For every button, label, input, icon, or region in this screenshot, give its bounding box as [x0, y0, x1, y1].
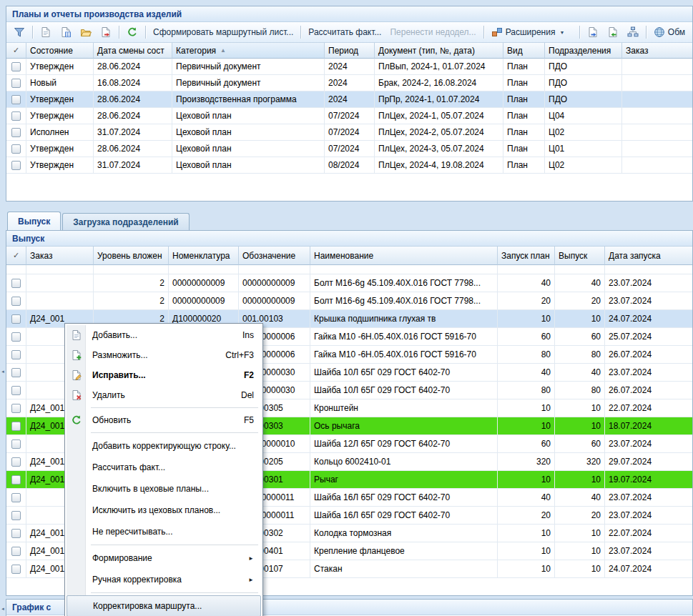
- cell: Цеховой план: [172, 124, 325, 141]
- select-all-header[interactable]: ✓: [6, 43, 26, 59]
- column-header-4[interactable]: Обозначение: [239, 247, 310, 265]
- menu-item[interactable]: Не пересчитывать...: [67, 521, 261, 542]
- tab-vypusk[interactable]: Выпуск: [7, 212, 61, 230]
- column-header-7[interactable]: Подразделения: [545, 43, 622, 59]
- row-checkbox[interactable]: [11, 62, 21, 71]
- row-checkbox[interactable]: [11, 565, 21, 574]
- menu-item[interactable]: Добавить корректирующую строку...: [67, 435, 261, 457]
- cell: 60: [498, 328, 555, 346]
- menu-item[interactable]: Исправить...F2: [67, 365, 261, 385]
- row-checkbox[interactable]: [11, 422, 21, 431]
- menu-item[interactable]: Исключить из цеховых планов...: [67, 500, 261, 521]
- menu-item-label: Не пересчитывать...: [92, 527, 173, 537]
- menu-item[interactable]: ОбновитьF5: [67, 410, 261, 430]
- globe-icon: [654, 26, 665, 38]
- table-row[interactable]: Утвержден28.06.2024Первичный документ202…: [6, 59, 692, 75]
- row-checkbox[interactable]: [11, 279, 21, 288]
- column-header-8[interactable]: Дата запуска: [605, 247, 692, 265]
- menu-item[interactable]: Формирование►: [67, 547, 261, 569]
- cell: 10: [555, 560, 605, 578]
- column-header-label: Категория: [176, 46, 216, 56]
- calc-fact-button[interactable]: Рассчитать факт...: [304, 25, 385, 39]
- cell: Утвержден: [26, 141, 94, 157]
- cell: 31.07.2024: [94, 157, 172, 174]
- table-row[interactable]: Утвержден28.06.2024Производственная прог…: [6, 91, 692, 108]
- column-header-6[interactable]: Запуск план: [498, 247, 555, 265]
- menu-item-label: Включить в цеховые планы...: [92, 484, 209, 494]
- add-to-table-button[interactable]: [56, 24, 76, 40]
- table-row[interactable]: Новый16.08.2024Первичный документ2024Бра…: [6, 75, 692, 91]
- menu-item[interactable]: Размножить...Ctrl+F3: [67, 345, 261, 365]
- row-checkbox[interactable]: [11, 511, 21, 520]
- open-folder-icon: [80, 26, 92, 38]
- open-button[interactable]: [76, 24, 96, 40]
- row-checkbox[interactable]: [11, 404, 21, 413]
- tab-zagruzka-podrazdeleniy[interactable]: Загрузка подразделений: [62, 213, 189, 230]
- row-checkbox[interactable]: [11, 439, 21, 449]
- row-checkbox[interactable]: [11, 350, 21, 359]
- column-header-5[interactable]: Документ (тип, №, дата): [375, 43, 503, 59]
- import-file-button[interactable]: [603, 24, 623, 40]
- row-checkbox[interactable]: [11, 144, 21, 154]
- column-header-label: Обозначение: [242, 251, 295, 261]
- menu-item[interactable]: Включить в цеховые планы...: [67, 478, 261, 500]
- column-header-2[interactable]: Дата смены сост: [94, 43, 172, 59]
- row-checkbox[interactable]: [11, 95, 21, 104]
- column-header-3[interactable]: Категория▲: [172, 43, 325, 59]
- menu-item[interactable]: Корректировка маршрута...: [67, 595, 261, 616]
- row-checkbox[interactable]: [11, 457, 21, 467]
- exchange-button[interactable]: Обм: [649, 24, 689, 40]
- column-header-2[interactable]: Уровень вложен: [94, 247, 169, 265]
- export-document-button[interactable]: [96, 24, 116, 40]
- column-header-6[interactable]: Вид: [503, 43, 545, 59]
- column-header-3[interactable]: Номенклатура: [169, 247, 239, 265]
- table-row[interactable]: Утвержден28.06.2024Цеховой план07/2024Пл…: [6, 141, 692, 157]
- table-row[interactable]: [6, 265, 692, 274]
- menu-item[interactable]: Рассчитать факт...: [67, 457, 261, 478]
- row-checkbox[interactable]: [11, 297, 21, 306]
- menu-item-label: Удалить: [92, 390, 125, 400]
- table-row[interactable]: 20000000000900000000009Болт М16-6g 45.10…: [6, 292, 692, 310]
- row-checkbox[interactable]: [11, 368, 21, 377]
- column-header-5[interactable]: Наименование: [310, 247, 498, 265]
- column-header-4[interactable]: Период: [325, 43, 375, 59]
- splitter-collapse-icon[interactable]: ◄: [0, 364, 6, 379]
- table-row[interactable]: Утвержден31.07.2024Цеховой план08/2024Пл…: [6, 157, 692, 174]
- tab-label: Выпуск: [18, 217, 50, 227]
- cell: Шайба 10Л 65Г 029 ГОСТ 6402-70: [310, 382, 498, 399]
- row-checkbox[interactable]: [11, 79, 21, 88]
- row-checkbox[interactable]: [11, 529, 21, 538]
- column-header-1[interactable]: Состояние: [26, 43, 94, 59]
- export-file-button[interactable]: [583, 24, 603, 40]
- column-header-7[interactable]: Выпуск: [555, 247, 605, 265]
- row-checkbox[interactable]: [11, 475, 21, 485]
- row-checkbox[interactable]: [11, 547, 21, 556]
- table-row[interactable]: 20000000000900000000009Болт М16-6g 45.10…: [6, 274, 692, 292]
- column-header-1[interactable]: Заказ: [26, 247, 94, 265]
- cell: [310, 265, 498, 274]
- column-header-8[interactable]: Заказ: [622, 43, 692, 59]
- row-checkbox[interactable]: [11, 111, 21, 121]
- menu-item[interactable]: Добавить...Ins: [67, 325, 261, 345]
- row-checkbox[interactable]: [11, 493, 21, 502]
- cell: 10: [555, 471, 605, 489]
- filter-button[interactable]: [9, 24, 29, 40]
- row-checkbox[interactable]: [11, 128, 21, 137]
- menu-item[interactable]: УдалитьDel: [67, 385, 261, 405]
- table-row[interactable]: Утвержден28.06.2024Цеховой план07/2024Пл…: [6, 108, 692, 124]
- splitter-collapse-icon[interactable]: ◄: [0, 602, 6, 616]
- hierarchy-button[interactable]: [623, 24, 643, 40]
- refresh-button[interactable]: [122, 24, 142, 40]
- form-route-list-button[interactable]: Сформировать маршрутный лист...: [149, 25, 298, 39]
- row-checkbox[interactable]: [11, 386, 21, 395]
- row-checkbox[interactable]: [11, 332, 21, 342]
- row-checkbox[interactable]: [11, 314, 21, 324]
- cell: 00000000009: [239, 292, 310, 310]
- table-row[interactable]: Исполнен31.07.2024Цеховой план07/2024ПлЦ…: [6, 124, 692, 141]
- sort-asc-icon: ▲: [220, 47, 226, 54]
- select-all-header[interactable]: ✓: [6, 247, 26, 265]
- menu-item[interactable]: Ручная корректировка►: [67, 569, 261, 590]
- extensions-button[interactable]: Расширения ▼: [487, 24, 569, 40]
- row-checkbox[interactable]: [11, 161, 21, 170]
- new-document-button[interactable]: [36, 24, 56, 40]
